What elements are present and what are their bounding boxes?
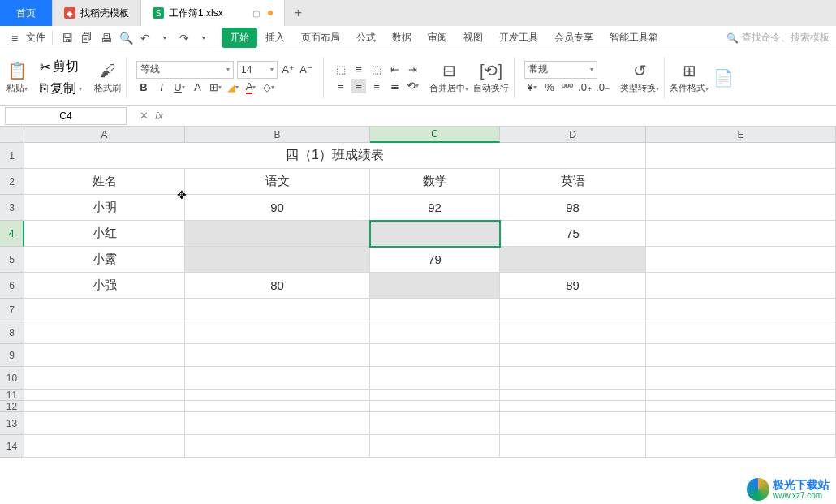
cell-B3[interactable]: 90 [185,195,370,221]
ribbon-tab-smart[interactable]: 智能工具箱 [601,28,666,48]
cell-E12[interactable] [646,401,836,412]
row-header-14[interactable]: 14 [0,435,24,458]
align-bottom-button[interactable]: ⬚ [369,62,384,77]
cut-button[interactable]: ✂剪切 [37,57,84,77]
ribbon-tab-dev[interactable]: 开发工具 [491,28,546,48]
cell-C9[interactable] [370,344,500,367]
indent-right-button[interactable]: ⇥ [405,62,420,77]
redo-icon[interactable]: ↷ [176,30,192,46]
col-header-B[interactable]: B [185,127,370,143]
cell-E3[interactable] [646,195,836,221]
cell-C3[interactable]: 92 [370,195,500,221]
ribbon-tab-data[interactable]: 数据 [384,28,420,48]
cell-B11[interactable] [185,390,370,401]
col-header-E[interactable]: E [646,127,836,143]
font-name-select[interactable]: 等线▾ [136,61,234,79]
ribbon-tab-layout[interactable]: 页面布局 [293,28,348,48]
paste-button[interactable]: 📋 粘贴▾ [6,61,28,94]
fill-color-button[interactable]: ◢▾ [226,80,240,95]
cell-A14[interactable] [24,435,185,458]
row-header-12[interactable]: 12 [0,401,24,412]
file-menu[interactable]: 文件 [26,31,45,45]
format-painter-button[interactable]: 🖌 格式刷 [94,62,121,94]
align-left-button[interactable]: ≡ [334,79,348,93]
cell-reference-box[interactable]: C4 [5,107,127,125]
wrap-button[interactable]: [⟲] 自动换行 [473,61,509,94]
tab-home[interactable]: 首页 [0,0,53,26]
ribbon-tab-formula[interactable]: 公式 [348,28,384,48]
cell-A13[interactable] [24,412,185,435]
row-header-11[interactable]: 11 [0,390,24,401]
cell-E10[interactable] [646,367,836,390]
align-middle-button[interactable]: ≡ [351,62,366,77]
cell-C4[interactable] [370,221,500,247]
ribbon-tab-view[interactable]: 视图 [455,28,491,48]
ribbon-tab-vip[interactable]: 会员专享 [546,28,601,48]
cell-B5[interactable] [185,247,370,273]
row-header-10[interactable]: 10 [0,367,24,390]
align-top-button[interactable]: ⬚ [334,62,348,77]
print-icon[interactable]: 🖶 [98,30,114,46]
cell-A5[interactable]: 小露 [24,247,185,273]
ribbon-tab-start[interactable]: 开始 [222,28,257,48]
ribbon-tab-insert[interactable]: 插入 [257,28,293,48]
row-header-8[interactable]: 8 [0,321,24,344]
cell-D2[interactable]: 英语 [500,169,646,195]
cond-format-button[interactable]: ⊞ 条件格式▾ [670,61,709,94]
select-all-corner[interactable] [0,127,24,143]
undo-icon[interactable]: ↶ [137,30,153,46]
cell-B12[interactable] [185,401,370,412]
cell-E4[interactable] [646,221,836,247]
cell-C6[interactable] [370,273,500,299]
merge-button[interactable]: ⊟ 合并居中▾ [429,61,468,94]
cell-E1[interactable] [646,143,836,169]
more-button[interactable]: 📄 [713,68,734,88]
cell-A12[interactable] [24,401,185,412]
cell-E14[interactable] [646,435,836,458]
cell-D4[interactable]: 75 [500,221,646,247]
type-convert-button[interactable]: ↺ 类型转换▾ [620,61,659,94]
cell-D12[interactable] [500,401,646,412]
ribbon-tab-review[interactable]: 审阅 [420,28,455,48]
cell-B14[interactable] [185,435,370,458]
col-header-C[interactable]: C [370,127,500,143]
align-right-button[interactable]: ≡ [369,79,384,93]
cell-A9[interactable] [24,344,185,367]
cell-B4[interactable] [185,221,370,247]
cell-A3[interactable]: 小明 [24,195,185,221]
cell-A4[interactable]: 小红 [24,221,185,247]
cancel-icon[interactable]: ✕ [140,110,149,122]
search-box[interactable]: 🔍 查找命令、搜索模板 [726,31,830,45]
increase-decimal-button[interactable]: .0₊ [578,80,593,95]
cell-A8[interactable] [24,321,185,344]
cell-C14[interactable] [370,435,500,458]
cell-D8[interactable] [500,321,646,344]
cell-A2[interactable]: 姓名 [24,169,185,195]
justify-button[interactable]: ≣ [387,79,402,93]
cell-B6[interactable]: 80 [185,273,370,299]
cell-D5[interactable] [500,247,646,273]
col-header-D[interactable]: D [500,127,646,143]
decrease-decimal-button[interactable]: .0₋ [596,80,610,95]
cell-D7[interactable] [500,299,646,321]
redo-dropdown-icon[interactable]: ▾ [196,30,212,46]
col-header-A[interactable]: A [24,127,185,143]
increase-font-button[interactable]: A⁺ [281,62,295,77]
cell-E6[interactable] [646,273,836,299]
cell-C10[interactable] [370,367,500,390]
tab-menu-icon[interactable]: ▢ [252,9,260,18]
cell-A11[interactable] [24,390,185,401]
row-header-3[interactable]: 3 [0,195,24,221]
row-header-6[interactable]: 6 [0,273,24,299]
row-header-2[interactable]: 2 [0,169,24,195]
cell-C13[interactable] [370,412,500,435]
cell-E7[interactable] [646,299,836,321]
decrease-font-button[interactable]: A⁻ [299,62,313,77]
cell-A7[interactable] [24,299,185,321]
cell-D3[interactable]: 98 [500,195,646,221]
cell-C2[interactable]: 数学 [370,169,500,195]
cell-D14[interactable] [500,435,646,458]
row-header-7[interactable]: 7 [0,299,24,321]
cell-E2[interactable] [646,169,836,195]
percent-button[interactable]: % [542,80,557,95]
